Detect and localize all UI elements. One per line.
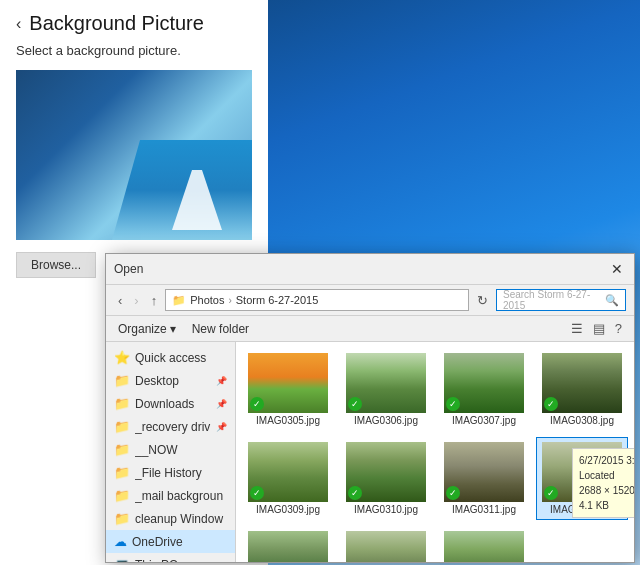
address-folder-icon: 📁 (172, 294, 186, 307)
thumb-0311: ✓ (444, 442, 524, 502)
sidebar-item-quick-access[interactable]: ⭐ Quick access (106, 346, 235, 369)
file-item-0314[interactable]: ✓ IMAG0314.jpg (340, 526, 432, 562)
dialog-titlebar: Open ✕ (106, 254, 634, 285)
nav-refresh-button[interactable]: ↻ (473, 291, 492, 310)
browse-button[interactable]: Browse... (16, 252, 96, 278)
file-item-0305[interactable]: ✓ IMAG0305.jpg (242, 348, 334, 431)
thumb-0306: ✓ (346, 353, 426, 413)
dialog-nav-toolbar: ‹ › ↑ 📁 Photos › Storm 6-27-2015 ↻ Searc… (106, 285, 634, 316)
sidebar-item-recovery[interactable]: 📁 _recovery driv 📌 (106, 415, 235, 438)
sidebar-item-now[interactable]: 📁 __NOW (106, 438, 235, 461)
sidebar-item-thispc[interactable]: 💻 This PC (106, 553, 235, 562)
check-0311: ✓ (446, 486, 460, 500)
file-item-0308[interactable]: ✓ IMAG0308.jpg (536, 348, 628, 431)
sidebar-item-onedrive[interactable]: ☁ OneDrive (106, 530, 235, 553)
sidebar-label-thispc: This PC (135, 558, 227, 563)
nav-up-button[interactable]: ↑ (147, 291, 162, 310)
address-current-folder: Storm 6-27-2015 (236, 294, 319, 306)
tooltip-dimensions: 2688 × 1520 (579, 483, 634, 498)
settings-header: ‹ Background Picture (0, 0, 268, 43)
address-separator-1: › (228, 295, 231, 306)
check-0310: ✓ (348, 486, 362, 500)
thumb-0309: ✓ (248, 442, 328, 502)
sidebar-item-history[interactable]: 📁 _File History (106, 461, 235, 484)
address-bar[interactable]: 📁 Photos › Storm 6-27-2015 (165, 289, 469, 311)
thumb-0313: ✓ (248, 531, 328, 562)
thumb-0315: ✓ (444, 531, 524, 562)
filename-0309: IMAG0309.jpg (248, 504, 328, 515)
thispc-icon: 💻 (114, 557, 130, 562)
new-folder-button[interactable]: New folder (188, 320, 253, 338)
file-item-0312[interactable]: ✓ IMAG0312.jpg 6/27/2015 3:13 PM Located… (536, 437, 628, 520)
thumb-0308: ✓ (542, 353, 622, 413)
search-box[interactable]: Search Storm 6-27-2015 🔍 (496, 289, 626, 311)
thumb-0305: ✓ (248, 353, 328, 413)
check-0309: ✓ (250, 486, 264, 500)
dialog-body: ⭐ Quick access 📁 Desktop 📌 📁 Downloads 📌… (106, 342, 634, 562)
filename-0306: IMAG0306.jpg (346, 415, 426, 426)
sidebar-label-now: __NOW (135, 443, 227, 457)
cleanup-folder-icon: 📁 (114, 511, 130, 526)
file-info-tooltip: 6/27/2015 3:13 PM Located 2688 × 1520 4.… (572, 448, 634, 518)
sidebar-item-mail[interactable]: 📁 _mail backgroun (106, 484, 235, 507)
search-placeholder: Search Storm 6-27-2015 (503, 289, 601, 311)
view-list-button[interactable]: ☰ (567, 319, 587, 338)
dialog-subtoolbar: Organize ▾ New folder ☰ ▤ ? (106, 316, 634, 342)
file-item-0311[interactable]: ✓ IMAG0311.jpg (438, 437, 530, 520)
filename-0307: IMAG0307.jpg (444, 415, 524, 426)
sidebar-label-quick-access: Quick access (135, 351, 227, 365)
filename-0308: IMAG0308.jpg (542, 415, 622, 426)
file-grid: ✓ IMAG0305.jpg ✓ IMAG0306.jpg ✓ IMAG0307… (242, 348, 628, 562)
view-buttons: ☰ ▤ ? (567, 319, 626, 338)
thumb-0307: ✓ (444, 353, 524, 413)
sidebar-item-cleanup[interactable]: 📁 cleanup Window (106, 507, 235, 530)
view-help-button[interactable]: ? (611, 319, 626, 338)
file-item-0310[interactable]: ✓ IMAG0310.jpg (340, 437, 432, 520)
check-0307: ✓ (446, 397, 460, 411)
organize-button[interactable]: Organize ▾ (114, 320, 180, 338)
pin-icon-desktop: 📌 (216, 376, 227, 386)
pin-icon-downloads: 📌 (216, 399, 227, 409)
sidebar-item-desktop[interactable]: 📁 Desktop 📌 (106, 369, 235, 392)
back-button[interactable]: ‹ (16, 15, 21, 33)
sidebar-label-cleanup: cleanup Window (135, 512, 227, 526)
sidebar-label-mail: _mail backgroun (135, 489, 227, 503)
dialog-sidebar: ⭐ Quick access 📁 Desktop 📌 📁 Downloads 📌… (106, 342, 236, 562)
sidebar-label-desktop: Desktop (135, 374, 211, 388)
file-item-0313[interactable]: ✓ IMAG0313.jpg (242, 526, 334, 562)
background-preview (16, 70, 252, 240)
tooltip-date: 6/27/2015 3:13 PM (579, 453, 634, 468)
dialog-close-button[interactable]: ✕ (608, 260, 626, 278)
file-content-area: ✓ IMAG0305.jpg ✓ IMAG0306.jpg ✓ IMAG0307… (236, 342, 634, 562)
address-photos: Photos (190, 294, 224, 306)
dialog-title: Open (114, 262, 143, 276)
file-item-0306[interactable]: ✓ IMAG0306.jpg (340, 348, 432, 431)
file-item-0307[interactable]: ✓ IMAG0307.jpg (438, 348, 530, 431)
sidebar-item-downloads[interactable]: 📁 Downloads 📌 (106, 392, 235, 415)
settings-subtitle: Select a background picture. (0, 43, 268, 70)
check-0306: ✓ (348, 397, 362, 411)
organize-label: Organize (118, 322, 167, 336)
sidebar-label-downloads: Downloads (135, 397, 211, 411)
organize-chevron-icon: ▾ (170, 322, 176, 336)
nav-back-button[interactable]: ‹ (114, 291, 126, 310)
nav-forward-button[interactable]: › (130, 291, 142, 310)
file-item-0309[interactable]: ✓ IMAG0309.jpg (242, 437, 334, 520)
sidebar-label-history: _File History (135, 466, 227, 480)
file-open-dialog: Open ✕ ‹ › ↑ 📁 Photos › Storm 6-27-2015 … (105, 253, 635, 563)
filename-0311: IMAG0311.jpg (444, 504, 524, 515)
tooltip-location: Located (579, 468, 634, 483)
sidebar-label-onedrive: OneDrive (132, 535, 227, 549)
view-details-button[interactable]: ▤ (589, 319, 609, 338)
search-icon: 🔍 (605, 294, 619, 307)
check-0312: ✓ (544, 486, 558, 500)
check-0308: ✓ (544, 397, 558, 411)
tooltip-size: 4.1 KB (579, 498, 634, 513)
mail-folder-icon: 📁 (114, 488, 130, 503)
recovery-folder-icon: 📁 (114, 419, 130, 434)
filename-0305: IMAG0305.jpg (248, 415, 328, 426)
quick-access-icon: ⭐ (114, 350, 130, 365)
sidebar-label-recovery: _recovery driv (135, 420, 211, 434)
file-item-0315[interactable]: ✓ IMAG0315.jpg (438, 526, 530, 562)
downloads-folder-icon: 📁 (114, 396, 130, 411)
